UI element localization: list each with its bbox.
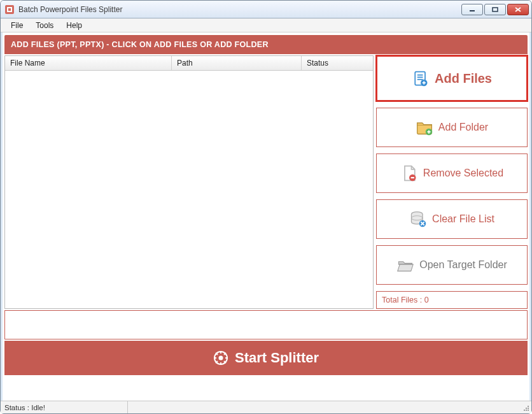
side-panel: Add Files Add Folder Remove Selected (376, 55, 528, 309)
svg-rect-34 (528, 410, 529, 411)
total-files-label: Total Files : 0 (376, 291, 528, 309)
maximize-button[interactable] (484, 4, 506, 15)
document-remove-icon (400, 164, 418, 182)
open-target-label: Open Target Folder (419, 259, 507, 271)
svg-rect-38 (526, 408, 527, 409)
close-button[interactable] (507, 4, 529, 15)
svg-rect-4 (493, 8, 498, 11)
menu-tools[interactable]: Tools (31, 20, 59, 31)
clear-list-label: Clear File List (432, 213, 494, 225)
database-clear-icon (409, 210, 427, 228)
add-folder-label: Add Folder (438, 122, 488, 133)
start-splitter-button[interactable]: Start Splitter (4, 341, 528, 375)
menu-help[interactable]: Help (61, 20, 87, 31)
titlebar: Batch Powerpoint Files Splitter (1, 1, 531, 18)
add-files-button[interactable]: Add Files (376, 55, 528, 101)
add-files-label: Add Files (435, 71, 492, 86)
app-icon (4, 4, 15, 15)
remove-selected-button[interactable]: Remove Selected (376, 153, 528, 193)
menu-file[interactable]: File (6, 20, 28, 31)
gear-icon (213, 350, 228, 366)
list-header: File Name Path Status (5, 56, 373, 71)
window-title: Batch Powerpoint Files Splitter (18, 5, 122, 14)
svg-point-25 (218, 356, 223, 360)
minimize-button[interactable] (461, 4, 483, 15)
list-body[interactable] (5, 71, 373, 308)
file-list[interactable]: File Name Path Status (4, 55, 374, 309)
status-text: Status : Idle! (1, 401, 128, 413)
svg-rect-39 (528, 406, 529, 407)
remove-selected-label: Remove Selected (423, 168, 503, 179)
app-window: Batch Powerpoint Files Splitter File Too… (0, 0, 532, 414)
document-add-icon (412, 69, 430, 87)
add-folder-button[interactable]: Add Folder (376, 108, 528, 147)
folder-open-icon (396, 256, 414, 274)
middle-panel (4, 310, 528, 339)
column-header-status[interactable]: Status (302, 56, 373, 70)
menubar: File Tools Help (1, 18, 531, 32)
svg-rect-36 (528, 408, 529, 409)
folder-add-icon (416, 118, 433, 136)
svg-rect-35 (526, 410, 527, 411)
resize-grip-icon[interactable] (520, 401, 531, 413)
column-header-filename[interactable]: File Name (5, 56, 172, 70)
client-area: ADD FILES (PPT, PPTX) - CLICK ON ADD FIL… (1, 32, 531, 401)
svg-rect-2 (8, 8, 11, 11)
svg-rect-37 (524, 410, 525, 411)
clear-list-button[interactable]: Clear File List (376, 199, 528, 239)
statusbar: Status : Idle! (1, 401, 531, 413)
start-label: Start Splitter (235, 350, 319, 366)
main-row: File Name Path Status Add Files (4, 55, 528, 309)
section-header: ADD FILES (PPT, PPTX) - CLICK ON ADD FIL… (4, 35, 528, 54)
column-header-path[interactable]: Path (172, 56, 302, 70)
open-target-button[interactable]: Open Target Folder (376, 245, 528, 285)
